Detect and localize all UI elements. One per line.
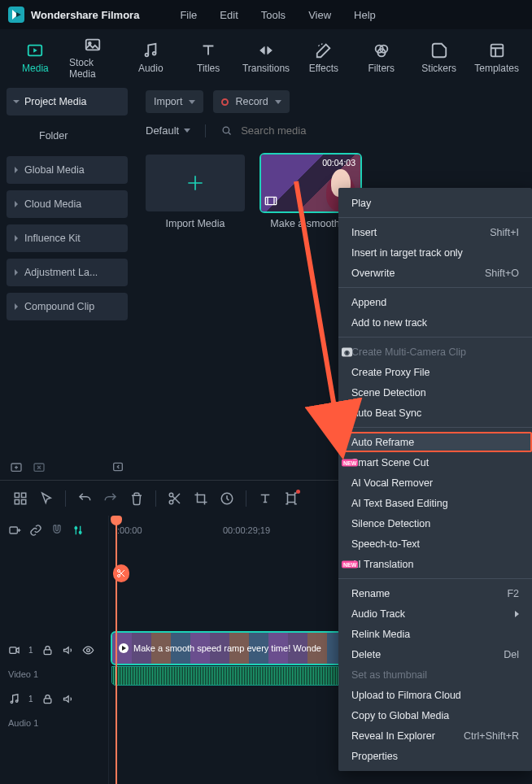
search-input[interactable] xyxy=(239,124,418,137)
undo-icon[interactable] xyxy=(77,491,92,506)
clip-label-wrap: Make a smooth speed ramp every time! Won… xyxy=(119,643,321,653)
stickers-icon xyxy=(430,41,448,59)
chevron-right-icon xyxy=(15,269,18,276)
new-bin-icon[interactable] xyxy=(33,460,46,473)
ctx-delete[interactable]: DeleteDel xyxy=(338,644,532,664)
ctx-relink-media[interactable]: Relink Media xyxy=(338,624,532,644)
video-clip[interactable]: Make a smooth speed ramp every time! Won… xyxy=(112,633,350,664)
search-field[interactable] xyxy=(220,124,418,137)
transform-icon[interactable] xyxy=(284,491,299,506)
redo-icon[interactable] xyxy=(103,491,118,506)
ctx-silence-detection[interactable]: Silence Detection xyxy=(338,513,532,534)
tab-titles-label: Titles xyxy=(197,63,220,74)
tab-transitions[interactable]: Transitions xyxy=(242,34,290,81)
sidebar-item-adjustment-layer[interactable]: Adjustment La... xyxy=(7,259,128,286)
visibility-icon[interactable] xyxy=(82,644,94,656)
ctx-ai-translation[interactable]: NEWAI Translation xyxy=(338,554,532,574)
tab-stickers[interactable]: Stickers xyxy=(415,34,463,81)
tile-import-media[interactable]: Import Media xyxy=(146,155,245,229)
sidebar-item-cloud-media[interactable]: Cloud Media xyxy=(7,190,128,218)
ctx-copy-global[interactable]: Copy to Global Media xyxy=(338,705,532,725)
add-track-icon[interactable] xyxy=(8,524,21,537)
separator xyxy=(246,490,246,507)
ctx-create-proxy[interactable]: Create Proxy File xyxy=(338,362,532,382)
auto-ripple-icon[interactable] xyxy=(72,524,85,537)
svg-rect-17 xyxy=(15,499,19,503)
tab-titles[interactable]: Titles xyxy=(185,34,233,81)
ctx-append[interactable]: Append xyxy=(338,292,532,312)
menu-tools[interactable]: Tools xyxy=(261,9,286,21)
mute-icon[interactable] xyxy=(62,644,74,656)
import-label: Import xyxy=(154,96,182,107)
magnet-icon[interactable] xyxy=(50,524,63,537)
delete-icon[interactable] xyxy=(129,491,144,506)
ctx-audio-track[interactable]: Audio Track xyxy=(338,603,532,624)
mute-icon[interactable] xyxy=(62,693,74,705)
playhead[interactable] xyxy=(116,516,117,784)
cut-marker[interactable] xyxy=(113,564,129,582)
chevron-right-icon xyxy=(15,235,18,242)
record-dropdown[interactable]: Record xyxy=(213,90,289,113)
import-dropdown[interactable]: Import xyxy=(146,90,203,113)
split-icon[interactable] xyxy=(168,491,182,506)
ctx-insert[interactable]: InsertShift+I xyxy=(338,222,532,242)
sidebar-item-compound-clip[interactable]: Compound Clip xyxy=(7,293,128,320)
ruler-time-1: 00:00:29;19 xyxy=(223,525,270,535)
import-media-thumb[interactable] xyxy=(146,155,245,211)
text-tool-icon[interactable] xyxy=(258,491,273,506)
play-icon xyxy=(119,643,129,653)
link-icon[interactable] xyxy=(29,524,42,537)
ctx-rename[interactable]: RenameF2 xyxy=(338,583,532,603)
ctx-insert-target-track[interactable]: Insert in target track only xyxy=(338,242,532,263)
sidebar-item-folder[interactable]: Folder xyxy=(7,122,128,150)
svg-rect-27 xyxy=(44,649,51,654)
lock-icon[interactable] xyxy=(41,644,54,656)
ctx-auto-reframe[interactable]: Auto Reframe xyxy=(338,432,532,452)
lock-icon[interactable] xyxy=(41,693,54,705)
ctx-upload-cloud[interactable]: Upload to Filmora Cloud xyxy=(338,685,532,705)
separator xyxy=(338,337,532,338)
audio-clip[interactable] xyxy=(112,667,350,685)
menu-view[interactable]: View xyxy=(308,9,331,21)
new-tag-icon: NEW xyxy=(342,560,358,568)
ctx-overwrite[interactable]: OverwriteShift+O xyxy=(338,263,532,283)
new-folder-icon[interactable] xyxy=(10,460,23,473)
cursor-icon[interactable] xyxy=(39,491,54,506)
tab-effects[interactable]: Effects xyxy=(299,34,347,81)
ctx-add-new-track[interactable]: Add to new track xyxy=(338,312,532,333)
sort-label: Default xyxy=(146,124,179,137)
layout-icon[interactable] xyxy=(13,491,28,506)
tab-audio[interactable]: Audio xyxy=(127,34,175,81)
scissors-icon xyxy=(116,568,126,578)
chevron-right-icon xyxy=(15,167,18,173)
tab-media[interactable]: Media xyxy=(11,34,59,81)
speed-icon[interactable] xyxy=(220,491,234,506)
ctx-reveal-explorer[interactable]: Reveal In ExplorerCtrl+Shift+R xyxy=(338,725,532,746)
tab-filters[interactable]: Filters xyxy=(357,34,405,81)
sidebar-item-project-media[interactable]: Project Media xyxy=(7,88,128,115)
menu-file[interactable]: File xyxy=(180,9,197,21)
separator xyxy=(65,490,66,507)
track-head-audio-1[interactable]: 1 xyxy=(0,682,108,716)
ctx-scene-detection[interactable]: Scene Detection xyxy=(338,382,532,403)
ctx-properties[interactable]: Properties xyxy=(338,746,532,766)
crop-icon[interactable] xyxy=(194,491,208,506)
sort-dropdown[interactable]: Default xyxy=(146,124,190,137)
tab-templates[interactable]: Templates xyxy=(473,34,521,81)
menu-edit[interactable]: Edit xyxy=(220,9,238,21)
sidebar-item-influence-kit[interactable]: Influence Kit xyxy=(7,224,128,252)
ctx-ai-vocal-remover[interactable]: AI Vocal Remover xyxy=(338,473,532,493)
menu-help[interactable]: Help xyxy=(354,9,376,21)
track-label-audio-1: Audio 1 xyxy=(8,718,38,728)
ctx-auto-beat-sync[interactable]: Auto Beat Sync xyxy=(338,403,532,423)
tab-stock-media[interactable]: Stock Media xyxy=(69,34,117,81)
collapse-sidebar-icon[interactable] xyxy=(111,460,124,473)
ctx-ai-text-editing[interactable]: AI Text Based Editing xyxy=(338,493,532,513)
ctx-speech-to-text[interactable]: Speech-to-Text xyxy=(338,534,532,554)
title-bar: Wondershare Filmora File Edit Tools View… xyxy=(0,0,532,29)
tool-tabs: Media Stock Media Audio Titles Transitio… xyxy=(0,29,532,81)
sidebar-item-global-media[interactable]: Global Media xyxy=(7,156,128,184)
ctx-play[interactable]: Play xyxy=(338,193,532,213)
ctx-smart-scene-cut[interactable]: NEWSmart Scene Cut xyxy=(338,452,532,473)
track-head-video-1[interactable]: 1 xyxy=(0,633,108,667)
